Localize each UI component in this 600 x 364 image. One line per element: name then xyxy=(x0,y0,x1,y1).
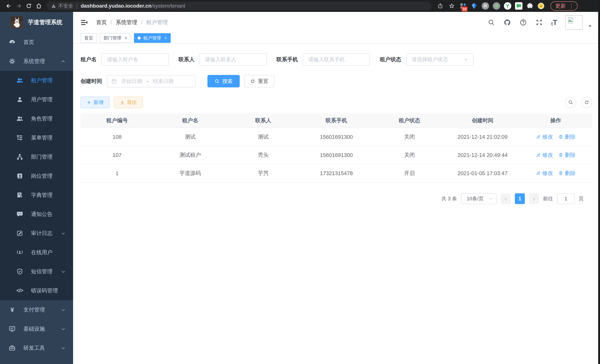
sidebar-item-label: 审计日志 xyxy=(31,230,53,237)
sidebar-item-system[interactable]: 系统管理 xyxy=(0,52,73,71)
extensions-puzzle-icon[interactable] xyxy=(525,2,534,10)
gear-icon xyxy=(9,58,16,65)
contact-name-input[interactable] xyxy=(199,53,267,66)
hide-search-button[interactable] xyxy=(565,97,576,108)
recorder-extension-icon[interactable] xyxy=(492,2,501,10)
github-icon[interactable] xyxy=(503,19,511,26)
refresh-table-button[interactable] xyxy=(581,97,592,108)
add-button-label: 新增 xyxy=(94,99,103,106)
breadcrumb-home[interactable]: 首页 xyxy=(96,19,107,26)
sidebar-item-sms[interactable]: 短信管理 xyxy=(0,262,73,281)
sidebar-item-menu[interactable]: 菜单管理 xyxy=(0,128,73,147)
url-separator xyxy=(77,3,77,9)
delete-link-label: 删除 xyxy=(565,151,575,159)
tenant-status-select[interactable]: 请选择租户状态 xyxy=(406,53,473,66)
sidebar-logo[interactable]: 芋道管理系统 xyxy=(0,12,73,33)
sidebar-item-role[interactable]: 角色管理 xyxy=(0,109,73,128)
sidebar-item-user[interactable]: 用户管理 xyxy=(0,90,73,109)
command-extension-icon[interactable]: ⌘ xyxy=(481,2,490,10)
goto-page-input[interactable] xyxy=(557,193,575,204)
goto-label: 前往 xyxy=(543,195,553,202)
prev-page-button[interactable]: ‹ xyxy=(501,193,511,204)
close-icon[interactable]: × xyxy=(124,36,127,41)
create-time-range-picker[interactable]: 开始日期 - 结束日期 xyxy=(107,75,196,87)
logo-rabbit-image xyxy=(11,16,23,28)
sidebar-collapse-icon[interactable] xyxy=(81,18,89,27)
browser-back-button[interactable] xyxy=(4,1,14,11)
breadcrumb-system[interactable]: 系统管理 xyxy=(116,19,137,26)
sidebar-item-dev[interactable]: 研发工具 xyxy=(0,338,73,357)
avatar-caret-icon[interactable] xyxy=(587,24,593,29)
edit-link[interactable]: 修改 xyxy=(536,133,553,141)
tenant-name-input[interactable] xyxy=(102,53,169,66)
cell-mobile: 15601691300 xyxy=(300,146,373,164)
edit-link[interactable]: 修改 xyxy=(536,151,553,159)
not-secure-warning-icon[interactable] xyxy=(51,3,56,8)
delete-link[interactable]: 删除 xyxy=(558,151,575,159)
sidebar-item-audit[interactable]: 审计日志 xyxy=(0,224,73,243)
chevron-down-icon xyxy=(488,196,493,201)
browser-menu-icon[interactable]: ⋮ xyxy=(568,3,575,9)
profile-avatar-icon[interactable] xyxy=(537,2,545,10)
cell-contact: 秃头 xyxy=(227,146,300,164)
sidebar-item-label: 支付管理 xyxy=(23,306,45,314)
col-created: 创建时间 xyxy=(446,113,519,128)
contact-mobile-input[interactable] xyxy=(303,53,370,66)
edit-link[interactable]: 修改 xyxy=(536,169,553,177)
col-mobile: 联系手机 xyxy=(300,113,373,128)
tag-tab-租户管理[interactable]: 租户管理× xyxy=(134,33,171,43)
browser-forward-button[interactable] xyxy=(14,1,24,11)
chevron-down-icon xyxy=(60,326,66,332)
sidebar-item-pay[interactable]: ¥支付管理 xyxy=(0,300,73,319)
sidebar-item-dept[interactable]: 部门管理 xyxy=(0,147,73,166)
sidebar-item-notice[interactable]: 通知公告 xyxy=(0,205,73,224)
sidebar-menu: 首页系统管理租户管理用户管理角色管理菜单管理部门管理岗位管理字典管理通知公告审计… xyxy=(0,33,73,357)
tag-tab-首页[interactable]: 首页 xyxy=(81,33,97,43)
tab-groups-extension-icon[interactable]: 10 xyxy=(459,2,467,10)
search-icon[interactable] xyxy=(488,19,495,26)
bookmark-star-icon[interactable] xyxy=(447,1,456,10)
address-bar[interactable]: 不安全 dashboard.yudao.iocoder.cn/system/te… xyxy=(46,2,431,10)
y-extension-icon[interactable]: Y xyxy=(503,2,512,10)
monitor-icon xyxy=(9,326,16,332)
delete-link[interactable]: 删除 xyxy=(558,133,575,141)
sidebar-item-tenant[interactable]: 租户管理 xyxy=(0,71,73,90)
sidebar-item-home[interactable]: 首页 xyxy=(0,33,73,52)
fullscreen-icon[interactable] xyxy=(535,19,543,26)
add-button[interactable]: 新增 xyxy=(81,97,110,108)
search-form-row-1: 租户名 联系人 联系手机 租户状态 请选择租户状态 xyxy=(81,53,592,66)
search-button[interactable]: 搜索 xyxy=(207,75,240,87)
page-header: 首页 / 系统管理 / 租户管理 tT xyxy=(73,12,600,33)
sidebar-item-post[interactable]: 岗位管理 xyxy=(0,166,73,186)
cell-name: 测试租户 xyxy=(154,146,227,164)
sidebar-item-label: 租户管理 xyxy=(31,77,53,84)
sidebar-item-online[interactable]: 在线用户 xyxy=(0,243,73,262)
browser-refresh-button[interactable] xyxy=(24,1,34,11)
browser-home-button[interactable] xyxy=(34,1,44,11)
sidebar-item-dict[interactable]: 字典管理 xyxy=(0,186,73,205)
help-icon[interactable] xyxy=(519,19,527,26)
close-icon[interactable]: × xyxy=(164,36,167,41)
sitemap-icon xyxy=(16,153,23,160)
export-button[interactable]: 导出 xyxy=(114,97,143,108)
page-size-select[interactable]: 10条/页 xyxy=(461,193,497,204)
next-page-button[interactable]: › xyxy=(529,193,539,204)
page-number-1[interactable]: 1 xyxy=(515,193,525,204)
font-size-icon[interactable]: tT xyxy=(551,19,557,26)
reset-button[interactable]: 重置 xyxy=(244,75,274,87)
chat-extension-icon[interactable] xyxy=(515,2,523,10)
search-button-label: 搜索 xyxy=(222,78,233,85)
sidebar-item-infra[interactable]: 基础设施 xyxy=(0,319,73,338)
field-label: 租户状态 xyxy=(380,56,401,63)
cell-mobile: 15601691300 xyxy=(300,128,373,146)
extension-badge: 10 xyxy=(461,7,468,11)
select-placeholder: 请选择租户状态 xyxy=(412,56,448,63)
table-header: 租户编号 租户名 联系人 联系手机 租户状态 创建时间 操作 xyxy=(81,113,592,128)
tag-tab-部门管理[interactable]: 部门管理× xyxy=(100,33,131,43)
user-avatar[interactable] xyxy=(565,15,582,30)
delete-link[interactable]: 删除 xyxy=(558,169,575,177)
browser-update-button[interactable]: 更新 ⋮ xyxy=(551,1,578,10)
sidebar-item-errcode[interactable]: </>错误码管理 xyxy=(0,281,73,300)
share-icon[interactable] xyxy=(436,1,445,10)
kite-extension-icon[interactable] xyxy=(470,2,478,10)
